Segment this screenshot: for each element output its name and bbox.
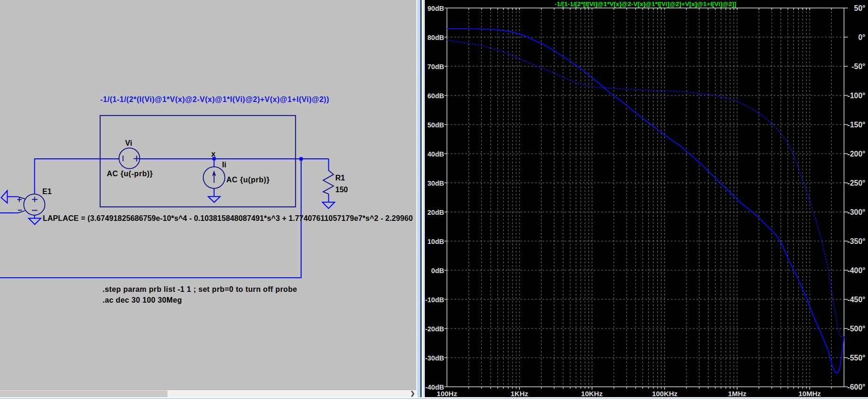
svg-text:100KHz: 100KHz (652, 390, 677, 398)
svg-text:-600°: -600° (847, 383, 865, 391)
svg-text:70dB: 70dB (428, 63, 444, 70)
svg-text:1MHz: 1MHz (728, 390, 746, 398)
svg-text:10dB: 10dB (428, 238, 444, 245)
svg-text:40dB: 40dB (428, 150, 444, 158)
svg-text:10KHz: 10KHz (581, 390, 603, 398)
svg-text:90dB: 90dB (428, 5, 444, 12)
svg-text:-400°: -400° (847, 266, 865, 274)
svg-text:-30dB: -30dB (425, 354, 444, 362)
svg-text:-100°: -100° (847, 92, 865, 100)
svg-text:-10dB: -10dB (425, 296, 444, 304)
svg-text:10MHz: 10MHz (798, 390, 821, 398)
svg-text:1KHz: 1KHz (510, 390, 528, 398)
svg-text:-50°: -50° (852, 63, 866, 70)
svg-text:20dB: 20dB (428, 209, 444, 216)
svg-text:30dB: 30dB (428, 180, 444, 187)
svg-text:50°: 50° (854, 4, 865, 12)
svg-text:-1/[1-1/[2*[I[Vi]@1*V[x]@2-V[x: -1/[1-1/[2*[I[Vi]@1*V[x]@2-V[x]@1*I[Vi]@… (555, 0, 736, 8)
svg-text:-550°: -550° (847, 354, 865, 362)
svg-text:-150°: -150° (847, 121, 865, 129)
svg-text:100Hz: 100Hz (437, 390, 457, 398)
svg-text:-300°: -300° (847, 208, 865, 216)
svg-text:50dB: 50dB (428, 121, 444, 129)
svg-text:-20dB: -20dB (425, 325, 444, 333)
svg-text:-450°: -450° (847, 296, 865, 304)
svg-text:0dB: 0dB (431, 267, 444, 274)
svg-text:-350°: -350° (847, 237, 865, 245)
svg-text:80dB: 80dB (428, 34, 444, 41)
svg-text:-250°: -250° (847, 179, 865, 187)
svg-text:60dB: 60dB (428, 92, 444, 100)
svg-text:0°: 0° (858, 33, 865, 41)
svg-text:-200°: -200° (847, 150, 865, 158)
svg-text:-500°: -500° (847, 325, 865, 333)
